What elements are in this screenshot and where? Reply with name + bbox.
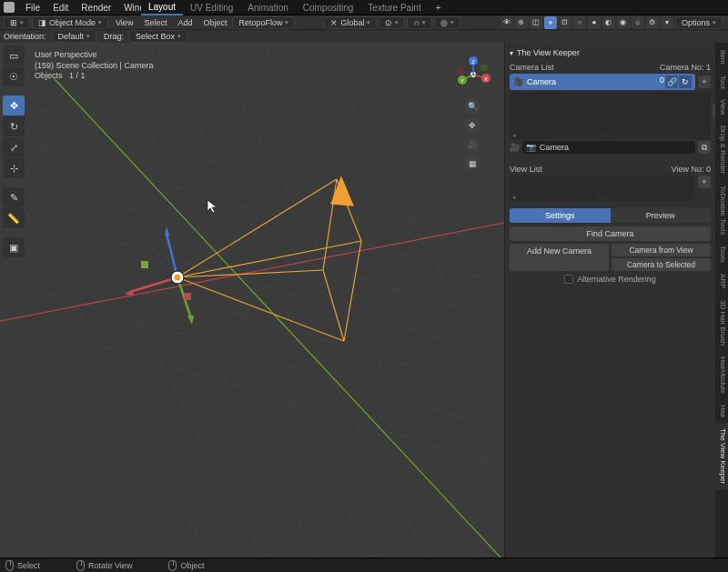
workspace-tab-add[interactable]: + bbox=[429, 1, 449, 15]
tab-preview[interactable]: Preview bbox=[611, 208, 712, 223]
expand-icon[interactable]: ▸ bbox=[513, 132, 519, 139]
add-view-button[interactable]: + bbox=[698, 176, 711, 188]
nav-move-icon[interactable]: ✥ bbox=[464, 117, 480, 134]
side-tab-tool[interactable]: Tool bbox=[715, 70, 728, 95]
menu-add[interactable]: Add bbox=[172, 17, 197, 28]
nav-camera-icon[interactable]: 🎥 bbox=[464, 136, 480, 153]
objects-label: Objects bbox=[35, 71, 63, 80]
shading-render-icon[interactable]: ◉ bbox=[617, 16, 630, 29]
side-tab-tools[interactable]: Tools bbox=[715, 240, 728, 268]
workspace-tab-layout[interactable]: Layout bbox=[141, 0, 183, 15]
tool-add-primitive[interactable]: ▣ bbox=[3, 237, 25, 257]
chevron-down-icon[interactable]: ▾ bbox=[661, 16, 673, 29]
tab-settings[interactable]: Settings bbox=[510, 208, 611, 223]
tool-transform[interactable]: ⊹ bbox=[3, 158, 25, 178]
retopoflow-dropdown[interactable]: RetopoFlow▾ bbox=[232, 16, 295, 29]
mouse-right-icon bbox=[168, 560, 177, 571]
left-toolbar: ▭ ☉ ✥ ↻ ⤢ ⊹ ✎ 📏 ▣ bbox=[3, 45, 25, 257]
side-tab-hair[interactable]: Hair bbox=[715, 399, 728, 424]
camera-name-field[interactable]: 📷Camera bbox=[522, 141, 695, 154]
add-camera-button[interactable]: + bbox=[698, 75, 711, 88]
refresh-icon[interactable]: ↻ bbox=[679, 75, 692, 88]
view-no-value: 0 bbox=[706, 165, 711, 174]
menu-edit[interactable]: Edit bbox=[47, 1, 74, 15]
side-tab-view[interactable]: View bbox=[715, 94, 728, 120]
tool-cursor[interactable]: ☉ bbox=[3, 66, 25, 86]
gizmo-icon[interactable]: ⊕ bbox=[515, 16, 528, 29]
link-icon[interactable]: 🔗 bbox=[665, 75, 678, 88]
camera-list-label: Camera List bbox=[510, 63, 554, 72]
add-new-camera-button[interactable]: Add New Camera bbox=[510, 244, 609, 271]
tool-scale[interactable]: ⤢ bbox=[3, 137, 25, 157]
orientation-select[interactable]: Default▾ bbox=[52, 30, 97, 43]
snap-dropdown[interactable]: ∩▾ bbox=[407, 16, 431, 29]
mouse-middle-icon bbox=[76, 560, 85, 571]
workspace-tab-uv[interactable]: UV Editing bbox=[183, 1, 240, 15]
workspace-tab-texture[interactable]: Texture Paint bbox=[360, 1, 428, 15]
find-camera-button[interactable]: Find Camera bbox=[510, 226, 711, 241]
camera-list-item[interactable]: 🎥 Camera 0 🔗 ↻ bbox=[510, 74, 695, 90]
workspace-tab-anim[interactable]: Animation bbox=[240, 1, 295, 15]
navigation-gizmo[interactable]: X Y Z bbox=[453, 55, 493, 95]
svg-rect-29 bbox=[184, 293, 191, 300]
options-dropdown[interactable]: Options▾ bbox=[675, 16, 723, 29]
side-tab-hairmodule[interactable]: HairModule bbox=[715, 351, 728, 399]
camera-list-box[interactable]: ▾ ▸:::: bbox=[510, 92, 711, 139]
tool-move[interactable]: ✥ bbox=[3, 95, 25, 115]
side-tab-arp[interactable]: ARP bbox=[715, 268, 728, 294]
movie-icon: 🎥 bbox=[510, 143, 520, 152]
viewport-info: User Perspective (159) Scene Collection … bbox=[35, 50, 153, 82]
side-tab-item[interactable]: Item bbox=[715, 45, 728, 70]
tool-select-box[interactable]: ▭ bbox=[3, 45, 25, 65]
menu-render[interactable]: Render bbox=[76, 1, 116, 15]
camera-from-view-button[interactable]: Camera from View bbox=[612, 244, 711, 256]
expand-view-icon[interactable]: ▸ bbox=[513, 194, 519, 201]
nav-zoom-icon[interactable]: 🔍 bbox=[464, 98, 480, 115]
side-tab-3dhair[interactable]: 3D Hair Brush bbox=[715, 295, 728, 351]
proportional-dropdown[interactable]: ◎▾ bbox=[434, 16, 460, 29]
copy-camera-button[interactable]: ⧉ bbox=[698, 141, 711, 154]
orientation-dropdown[interactable]: ⤧Global▾ bbox=[324, 16, 377, 29]
side-tab-todoable[interactable]: ToDoable Tools bbox=[715, 180, 728, 241]
collapse-icon[interactable]: ▾ bbox=[510, 49, 513, 57]
xray-icon[interactable]: ⊡ bbox=[559, 16, 571, 29]
tool-annotate[interactable]: ✎ bbox=[3, 187, 25, 207]
svg-point-31 bbox=[175, 275, 181, 281]
view-no-label: View No: bbox=[672, 165, 704, 174]
tool-measure[interactable]: 📏 bbox=[3, 208, 25, 228]
menu-select[interactable]: Select bbox=[138, 17, 172, 28]
side-tab-drop-render[interactable]: Drop & Render bbox=[715, 120, 728, 179]
blender-logo-icon bbox=[4, 2, 15, 13]
perspective-label: User Perspective bbox=[35, 50, 153, 61]
matcap-icon[interactable]: ● bbox=[544, 16, 557, 29]
svg-line-24 bbox=[130, 277, 177, 292]
camera-no-label: Camera No: bbox=[660, 63, 704, 72]
status-bar: Select Rotate View Object bbox=[0, 557, 728, 572]
editor-type-dropdown[interactable]: ⊞▾ bbox=[4, 16, 30, 29]
workspace-tab-comp[interactable]: Compositing bbox=[296, 1, 361, 15]
visibility-icon[interactable]: 👁 bbox=[500, 16, 513, 29]
render-icon[interactable]: ☼ bbox=[632, 16, 644, 29]
shading-matprev-icon[interactable]: ◐ bbox=[602, 16, 615, 29]
shading-wire-icon[interactable]: ○ bbox=[573, 16, 586, 29]
view-list-box[interactable]: ▸:::: bbox=[510, 176, 695, 201]
drag-select[interactable]: Select Box▾ bbox=[129, 30, 187, 43]
workspace-tabs: Layout UV Editing Animation Compositing … bbox=[141, 0, 728, 15]
mode-dropdown[interactable]: ◨Object Mode▾ bbox=[32, 16, 108, 29]
svg-point-43 bbox=[457, 67, 464, 75]
svg-text:X: X bbox=[484, 76, 488, 82]
camera-to-selected-button[interactable]: Camera to Selected bbox=[612, 258, 711, 271]
side-tab-viewkeeper[interactable]: The View Keeper bbox=[715, 423, 728, 489]
shading-solid-icon[interactable]: ● bbox=[588, 16, 601, 29]
alt-render-checkbox[interactable] bbox=[564, 275, 573, 284]
overlay-icon[interactable]: ◫ bbox=[530, 16, 542, 29]
orientation-row: Orientation: Default▾ Drag: Select Box▾ bbox=[0, 30, 728, 43]
tool-rotate[interactable]: ↻ bbox=[3, 116, 25, 136]
pivot-dropdown[interactable]: ⊙▾ bbox=[379, 16, 405, 29]
menu-object[interactable]: Object bbox=[197, 17, 232, 28]
gear-icon[interactable]: ⚙ bbox=[646, 16, 659, 29]
menu-file[interactable]: File bbox=[20, 1, 46, 15]
nav-perspective-icon[interactable]: ▦ bbox=[464, 156, 480, 172]
objects-count: 1 / 1 bbox=[69, 71, 86, 80]
menu-view[interactable]: View bbox=[110, 17, 138, 28]
